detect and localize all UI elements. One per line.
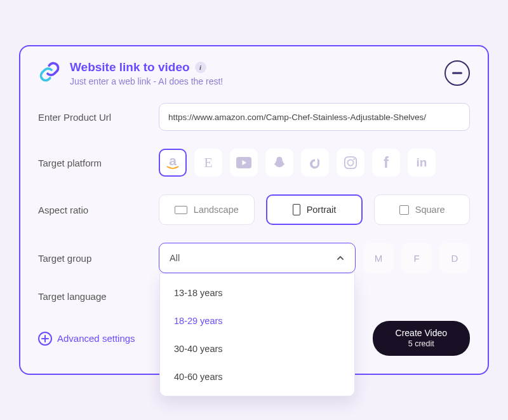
landscape-icon	[175, 206, 187, 214]
svg-rect-0	[452, 72, 462, 74]
aspect-list: Landscape Portrait Square	[159, 194, 470, 225]
advanced-settings-toggle[interactable]: Advanced settings	[38, 332, 135, 346]
info-icon[interactable]: i	[195, 62, 206, 73]
group-row: Target group All 13-18 years 18-29 years…	[38, 243, 470, 273]
platform-etsy[interactable]: E	[194, 149, 222, 177]
create-label: Create Video	[396, 327, 447, 339]
group-dropdown: 13-18 years 18-29 years 30-40 years 40-6…	[159, 274, 355, 396]
facebook-icon: f	[384, 154, 389, 172]
group-selected-value: All	[170, 253, 180, 263]
url-row: Enter Product Url	[38, 103, 470, 131]
chevron-up-icon	[336, 254, 345, 262]
gender-female[interactable]: F	[401, 243, 432, 273]
panel-subtitle: Just enter a web link - AI does the rest…	[70, 76, 223, 86]
square-icon	[399, 205, 409, 215]
platform-youtube[interactable]	[230, 149, 258, 177]
svg-point-3	[347, 160, 353, 166]
platform-tiktok[interactable]	[301, 149, 329, 177]
platform-instagram[interactable]	[337, 149, 364, 177]
platform-snapchat[interactable]	[265, 149, 293, 177]
group-select[interactable]: All 13-18 years 18-29 years 30-40 years …	[159, 243, 356, 273]
tiktok-icon	[309, 156, 321, 170]
group-label: Target group	[38, 253, 146, 264]
language-label: Target language	[38, 291, 146, 302]
product-url-input[interactable]	[159, 103, 470, 131]
create-video-button[interactable]: Create Video 5 credit	[373, 321, 470, 355]
etsy-icon: E	[204, 154, 212, 171]
aspect-portrait[interactable]: Portrait	[266, 194, 363, 225]
platform-list: a E f in	[159, 149, 436, 177]
create-credits: 5 credit	[396, 339, 447, 349]
gender-male[interactable]: M	[363, 243, 394, 273]
url-label: Enter Product Url	[38, 112, 146, 123]
video-link-panel: Website link to video i Just enter a web…	[19, 45, 489, 374]
platform-row: Target platform a E	[38, 149, 470, 177]
linkedin-icon: in	[417, 156, 427, 170]
group-option-0[interactable]: 13-18 years	[160, 279, 354, 307]
snapchat-icon	[272, 156, 286, 170]
aspect-landscape[interactable]: Landscape	[159, 194, 255, 225]
youtube-icon	[236, 157, 251, 168]
panel-header: Website link to video i Just enter a web…	[38, 60, 470, 86]
aspect-square[interactable]: Square	[374, 194, 470, 225]
group-option-3[interactable]: 40-60 years	[160, 363, 354, 391]
aspect-row: Aspect ratio Landscape Portrait Square	[38, 194, 470, 225]
group-option-1[interactable]: 18-29 years	[160, 307, 354, 335]
minus-icon	[452, 72, 462, 74]
plus-icon	[38, 332, 52, 346]
collapse-button[interactable]	[444, 60, 470, 86]
group-option-2[interactable]: 30-40 years	[160, 335, 354, 363]
link-icon	[38, 60, 61, 83]
svg-point-4	[353, 159, 354, 160]
header-text: Website link to video i Just enter a web…	[70, 60, 223, 86]
gender-diverse[interactable]: D	[439, 243, 470, 273]
form: Enter Product Url Target platform a E	[38, 103, 470, 302]
platform-label: Target platform	[38, 158, 146, 168]
amazon-icon: a	[166, 156, 180, 170]
platform-amazon[interactable]: a	[159, 149, 187, 177]
portrait-icon	[293, 204, 300, 215]
svg-rect-2	[345, 157, 356, 168]
platform-linkedin[interactable]: in	[408, 149, 436, 177]
platform-facebook[interactable]: f	[372, 149, 400, 177]
panel-title: Website link to video	[70, 60, 190, 74]
instagram-icon	[344, 156, 358, 170]
aspect-label: Aspect ratio	[38, 205, 146, 215]
